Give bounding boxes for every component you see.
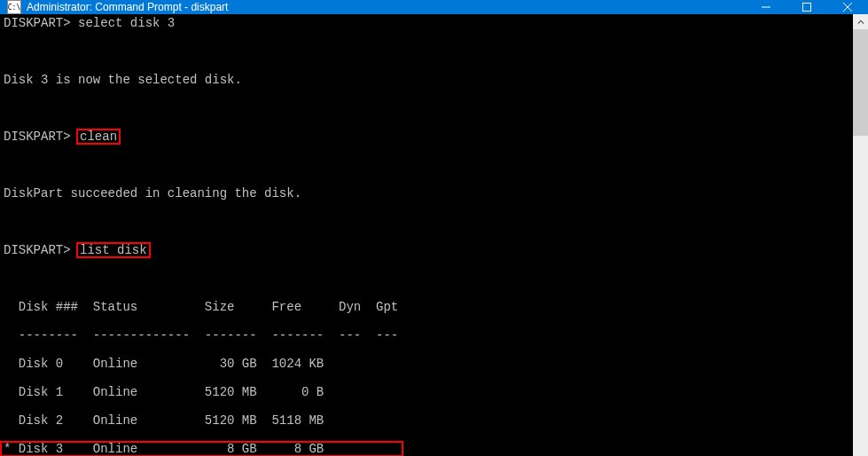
table-row-selected-highlighted: * Disk 3 Online 8 GB 8 GB	[0, 441, 403, 456]
prompt: DISKPART>	[4, 16, 71, 30]
table-row: Disk 1 Online 5120 MB 0 B	[4, 385, 853, 399]
cmd-list-disk-highlighted: list disk	[76, 242, 151, 258]
window: C:\ Administrator: Command Prompt - disk…	[0, 0, 868, 456]
vertical-scrollbar[interactable]	[853, 14, 868, 456]
output-line: DiskPart succeeded in cleaning the disk.	[4, 186, 853, 200]
svg-rect-1	[803, 4, 811, 12]
cmd-clean-highlighted: clean	[76, 129, 121, 145]
cmd-select-disk: select disk 3	[78, 16, 175, 30]
app-icon: C:\	[7, 0, 21, 14]
minimize-icon	[762, 3, 770, 12]
maximize-icon	[802, 3, 811, 12]
close-icon	[843, 3, 852, 12]
scroll-up-button[interactable]	[853, 14, 868, 29]
table-header: Disk ### Status Size Free Dyn Gpt	[4, 300, 853, 314]
output-line: Disk 3 is now the selected disk.	[4, 73, 853, 87]
client-area: DISKPART> select disk 3 Disk 3 is now th…	[0, 14, 868, 456]
table-divider: -------- ------------- ------- ------- -…	[4, 328, 853, 342]
scroll-thumb[interactable]	[853, 29, 868, 136]
maximize-button[interactable]	[786, 0, 827, 14]
window-title: Administrator: Command Prompt - diskpart	[27, 1, 746, 13]
close-button[interactable]	[827, 0, 868, 14]
window-controls	[746, 0, 868, 14]
titlebar[interactable]: C:\ Administrator: Command Prompt - disk…	[0, 0, 868, 14]
terminal-output[interactable]: DISKPART> select disk 3 Disk 3 is now th…	[0, 14, 853, 456]
prompt: DISKPART>	[4, 130, 71, 144]
table-row: Disk 2 Online 5120 MB 5118 MB	[4, 413, 853, 428]
chevron-up-icon	[857, 19, 864, 26]
table-row: Disk 0 Online 30 GB 1024 KB	[4, 357, 853, 371]
minimize-button[interactable]	[746, 0, 786, 14]
prompt: DISKPART>	[4, 243, 71, 257]
